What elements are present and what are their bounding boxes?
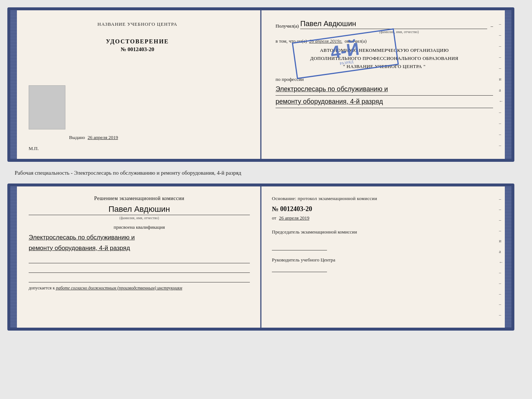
dash-7: а <box>499 85 503 95</box>
profession-handwritten-1: Электрослесарь по обслуживанию и <box>276 84 493 96</box>
b-dash-8: – <box>499 270 503 275</box>
b-dash-6: а <box>499 249 503 254</box>
b-dash-11: – <box>499 302 503 307</box>
b-dash-7: ← <box>499 260 503 265</box>
dash-5: – <box>499 63 503 73</box>
photo-placeholder <box>29 85 65 129</box>
vtom-label: в том, что он(а) <box>276 38 307 44</box>
received-name: Павел Авдюшин <box>300 19 487 29</box>
dash-11: – <box>499 129 503 139</box>
cert-number: № 0012403-20 <box>121 46 154 53</box>
dash-10: – <box>499 118 503 128</box>
org-block: 4-й разряд АВТОНОМНУЮ НЕКОММЕРЧЕСКУЮ ОРГ… <box>276 46 493 71</box>
director-label: Руководитель учебного Центра <box>272 256 493 264</box>
issued-label: Выдано <box>69 135 85 140</box>
bottom-spine-right <box>505 186 511 328</box>
dash-9: – <box>499 107 503 117</box>
date-label: от <box>272 215 276 221</box>
b-dash-5: и <box>499 238 503 244</box>
profession-handwritten-2: ремонту оборудования, 4-й разряд <box>276 96 493 108</box>
org-line1: АВТОНОМНУЮ НЕКОММЕРЧЕСКУЮ ОРГАНИЗАЦИЮ <box>276 46 493 54</box>
profession-label: по профессии <box>276 76 493 82</box>
b-dash-9: – <box>499 281 503 286</box>
kvalif-line1: Электрослесарь по обслуживанию и <box>29 232 250 243</box>
org-line2: ДОПОЛНИТЕЛЬНОГО ПРОФЕССИОНАЛЬНОГО ОБРАЗО… <box>276 54 493 63</box>
person-name-large: Павел Авдюшин <box>29 204 250 215</box>
b-dash-12: – <box>499 312 503 318</box>
date-value: 26 апреля 2019 <box>279 215 309 221</box>
spine-right <box>505 10 511 159</box>
caption-between: Рабочая специальность - Электрослесарь п… <box>7 168 525 177</box>
protocol-number: № 0012403-20 <box>272 205 493 213</box>
finished-label: окончил(а) <box>345 38 367 44</box>
dash-3: – <box>499 41 503 51</box>
b-dash-10: – <box>499 291 503 297</box>
b-dash-2: – <box>499 207 503 212</box>
chairman-label: Председатель экзаменационной комиссии <box>272 228 493 236</box>
допуск-value: работе согласно должностным (производств… <box>56 285 182 291</box>
received-line: Получил(а) Павел Авдюшин – <box>276 19 493 29</box>
issued-date: 26 апреля 2019 <box>88 135 118 140</box>
org-line3: " НАЗВАНИЕ УЧЕБНОГО ЦЕНТРА " <box>276 63 493 71</box>
issued-line: Выдано 26 апреля 2019 <box>69 135 118 140</box>
page-wrapper: НАЗВАНИЕ УЧЕБНОГО ЦЕНТРА УДОСТОВЕРЕНИЕ №… <box>7 7 525 331</box>
bottom-right-dashes: – – – – и а ← – – – – – <box>499 194 503 320</box>
dash-1: – <box>499 19 503 29</box>
top-right-page: Получил(а) Павел Авдюшин – (фамилия, имя… <box>261 10 511 159</box>
b-dash-4: – <box>499 228 503 234</box>
bottom-left-page: Решением экзаменационной комиссии Павел … <box>10 186 261 328</box>
name-subtitle-top: (фамилия, имя, отчество) <box>305 30 493 34</box>
kvalif-line2: ремонту оборудования, 4-й разряд <box>29 243 250 254</box>
right-dash-lines: – – – – – и а ← – – – – <box>499 18 503 152</box>
допуск-label: допускается к <box>29 285 55 291</box>
b-dash-1: – <box>499 196 503 202</box>
director-signature-line <box>272 265 327 272</box>
dash-8: ← <box>499 96 503 106</box>
person-subtitle-bottom: (фамилия, имя, отчество) <box>29 216 250 220</box>
dash-4: – <box>499 52 503 62</box>
commission-title: Решением экзаменационной комиссии <box>29 196 250 202</box>
top-booklet: НАЗВАНИЕ УЧЕБНОГО ЦЕНТРА УДОСТОВЕРЕНИЕ №… <box>7 7 514 162</box>
dash-6: и <box>499 74 503 84</box>
vtom-line: в том, что он(а) 26 апреля 2019г. окончи… <box>276 38 493 44</box>
date-line: от 26 апреля 2019 <box>272 215 493 221</box>
underline-1 <box>29 256 250 263</box>
osnov-text: Основание: протокол экзаменационной коми… <box>272 196 493 202</box>
cert-label: УДОСТОВЕРЕНИЕ <box>106 38 169 45</box>
допуск-line: допускается к работе согласно должностны… <box>29 285 250 291</box>
bottom-booklet: Решением экзаменационной комиссии Павел … <box>7 184 514 331</box>
vtom-date: 26 апреля 2019г. <box>309 38 342 44</box>
dash-2: – <box>499 30 503 40</box>
b-dash-3: – <box>499 217 503 223</box>
dash-12: – <box>499 140 503 150</box>
underline-2 <box>29 266 250 273</box>
kvalif-label: присвоена квалификация <box>29 224 250 230</box>
top-left-page: НАЗВАНИЕ УЧЕБНОГО ЦЕНТРА УДОСТОВЕРЕНИЕ №… <box>10 10 261 159</box>
mp-label: М.П. <box>29 146 39 152</box>
chairman-signature-line <box>272 243 327 250</box>
org-title-left: НАЗВАНИЕ УЧЕБНОГО ЦЕНТРА <box>97 21 177 27</box>
underline-3 <box>29 275 250 282</box>
bottom-right-page: Основание: протокол экзаменационной коми… <box>261 186 511 328</box>
received-label: Получил(а) <box>276 23 299 29</box>
